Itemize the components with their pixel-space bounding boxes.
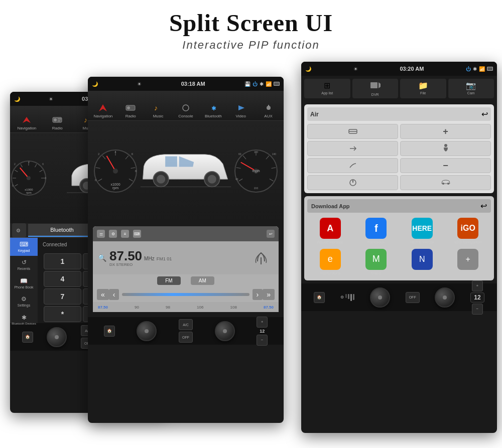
mid-nav-label-navigation: Navigation xyxy=(90,114,116,118)
right-air-btn-plus[interactable]: + xyxy=(400,124,491,139)
right-fan-icon: ⚙ xyxy=(340,295,344,300)
left-knob-left[interactable] xyxy=(47,327,67,347)
right-off-btn[interactable]: OFF xyxy=(406,292,420,303)
right-home-btn[interactable]: 🏠 xyxy=(314,292,325,303)
mid-radio-icon-back[interactable]: ↩ xyxy=(267,230,275,238)
mid-vol-up[interactable]: + xyxy=(257,317,268,328)
left-bt-settings-icon[interactable]: ⚙ xyxy=(12,223,26,237)
mid-nav-item-nav[interactable]: Navigation xyxy=(90,103,116,118)
right-nav-app-list[interactable]: ⊞ App list xyxy=(304,79,350,98)
right-vol-up[interactable]: + xyxy=(472,280,483,291)
left-key-1[interactable]: 1 xyxy=(44,253,81,269)
right-air-back-btn[interactable]: ↩ xyxy=(481,109,488,119)
mid-home-btn[interactable]: 🏠 xyxy=(104,326,115,337)
right-app-igo[interactable]: iGO iGO Navigation xyxy=(447,218,489,245)
right-nav-file[interactable]: 📁 File xyxy=(400,79,446,98)
mid-vol-down[interactable]: − xyxy=(257,335,268,346)
left-nav-item-nav[interactable]: Navigation xyxy=(12,115,42,130)
mid-radio-unit: MHz xyxy=(144,256,155,261)
left-key-star[interactable]: * xyxy=(44,306,81,322)
mid-radio-signal-icon xyxy=(248,245,274,270)
mid-save-icon: 💾 xyxy=(244,81,250,87)
right-status-icons: ⏻ ✱ 📶 xyxy=(466,66,493,72)
mid-nav-label-video: Video xyxy=(227,114,254,118)
mid-radio-next[interactable]: › xyxy=(253,289,263,300)
right-air-btn-curve[interactable] xyxy=(307,158,398,173)
mid-nav-label-radio: Radio xyxy=(117,114,144,118)
mid-radio-prev-prev[interactable]: « xyxy=(97,289,109,300)
right-app-facebook-label: Facebook xyxy=(367,240,385,245)
mid-radio-icon-settings[interactable]: ⚙ xyxy=(109,230,117,238)
right-app-instructions[interactable]: e Instructions xyxy=(309,249,351,276)
svg-point-44 xyxy=(113,169,118,174)
right-nav-dvr[interactable]: DVR xyxy=(352,79,399,98)
left-bt-sidebar-settings[interactable]: ⚙ Settings xyxy=(10,292,38,311)
right-air-btn-seat[interactable] xyxy=(400,141,491,156)
right-app-adobe-label: Adobe Acrobat xyxy=(317,240,343,245)
mid-radio-icon-eq[interactable]: ⚌ xyxy=(97,230,105,238)
right-nav-cam[interactable]: 📷 Cam xyxy=(448,79,494,98)
mid-off-btn[interactable]: OFF xyxy=(179,332,193,343)
right-air-btn-minus[interactable]: − xyxy=(400,158,491,173)
right-power-icon: ⏻ xyxy=(466,66,471,72)
mid-ac-btn[interactable]: A/C xyxy=(179,319,193,330)
mid-nav-item-bluetooth[interactable]: ✱ Bluetooth xyxy=(200,103,226,118)
mid-radio-search-icon: 🔍 xyxy=(98,254,106,262)
left-bt-sidebar-keypad[interactable]: ⌨ Keypad xyxy=(10,238,38,256)
mid-car-svg xyxy=(138,141,233,201)
left-key-7[interactable]: 7 xyxy=(44,288,81,305)
mid-nav-item-aux[interactable]: AUX xyxy=(255,103,282,118)
mid-knob-left[interactable] xyxy=(137,321,157,341)
right-bt-icon: ✱ xyxy=(473,66,477,72)
header: Split Screen UI Interactive PIP function xyxy=(0,0,502,57)
right-air-btn-car[interactable] xyxy=(400,175,491,190)
mid-dashboard: x1000 rpm 2 4 6 8 0 xyxy=(88,121,284,221)
right-app-maps-label: Maps xyxy=(371,271,381,276)
left-bt-sidebar-phonebook[interactable]: 📖 Phone Book xyxy=(10,274,38,292)
right-app-extra2[interactable]: + xyxy=(447,249,489,276)
svg-text:♪: ♪ xyxy=(84,116,87,124)
mid-radio-am-btn[interactable]: AM xyxy=(191,276,214,285)
left-home-btn[interactable]: 🏠 xyxy=(22,332,33,343)
right-app-extra1[interactable]: N xyxy=(401,249,443,276)
right-nav-cam-label: Cam xyxy=(450,91,492,95)
left-bt-sidebar-btdevices[interactable]: ✱ Bluetooth Devices xyxy=(10,311,38,329)
right-air-btn-fan[interactable] xyxy=(307,124,398,139)
right-app-grid: A Adobe Acrobat f Facebook HERE HERE xyxy=(307,216,491,277)
left-nav-item-radio[interactable]: Radio xyxy=(43,115,72,130)
mid-radio-next-next[interactable]: » xyxy=(263,289,275,300)
left-key-4[interactable]: 4 xyxy=(44,271,81,287)
right-app-maps[interactable]: M Maps xyxy=(355,249,398,276)
right-air-btn-power[interactable] xyxy=(307,175,398,190)
mid-radio-scale: 87.50 90 98 106 108 87.50 xyxy=(93,302,279,312)
right-app-here[interactable]: HERE HERE WeGo xyxy=(401,218,443,245)
left-nav-label-radio: Radio xyxy=(43,126,72,130)
mid-radio-prev[interactable]: ‹ xyxy=(109,289,119,300)
mid-radio-icon-keyboard[interactable]: ⌨ xyxy=(133,230,141,238)
right-nav-applist-label: App list xyxy=(306,91,348,95)
mid-moon-icon: 🌙 xyxy=(92,81,98,87)
mid-radio-fm-btn[interactable]: FM xyxy=(157,276,180,285)
mid-nav-item-radio[interactable]: Radio xyxy=(117,103,144,118)
right-knob-left[interactable] xyxy=(370,287,390,308)
right-app-adobe[interactable]: A Adobe Acrobat xyxy=(309,218,351,245)
mid-scale-freq-5: 108 xyxy=(230,305,237,310)
mid-nav-item-video[interactable]: Video xyxy=(227,103,254,118)
mid-nav-icon-bluetooth: ✱ xyxy=(206,103,220,113)
right-download-back-btn[interactable]: ↩ xyxy=(480,201,487,211)
right-vol-down[interactable]: − xyxy=(472,304,483,315)
svg-rect-60 xyxy=(370,82,378,88)
mid-knob-right[interactable] xyxy=(215,321,235,341)
right-knob-right[interactable] xyxy=(435,287,455,308)
mid-radio-mode-btns: FM AM xyxy=(93,274,279,287)
left-nav-label-navigation: Navigation xyxy=(12,126,42,130)
left-bt-sidebar-recents[interactable]: ↺ Recents xyxy=(10,256,38,274)
right-air-btn-arrow[interactable] xyxy=(307,141,398,156)
left-bt-sidebar-left: ⌨ Keypad ↺ Recents 📖 Phone Book ⚙ Settin… xyxy=(10,238,38,323)
mid-nav-item-console[interactable]: Console xyxy=(173,103,199,118)
mid-radio-icon-list[interactable]: ≡ xyxy=(121,230,129,238)
mid-nav-item-music[interactable]: ♪ Music xyxy=(145,103,172,118)
svg-point-28 xyxy=(127,106,130,109)
left-bt-tab-bluetooth[interactable]: Bluetooth xyxy=(28,224,96,237)
right-app-facebook[interactable]: f Facebook xyxy=(355,218,398,245)
